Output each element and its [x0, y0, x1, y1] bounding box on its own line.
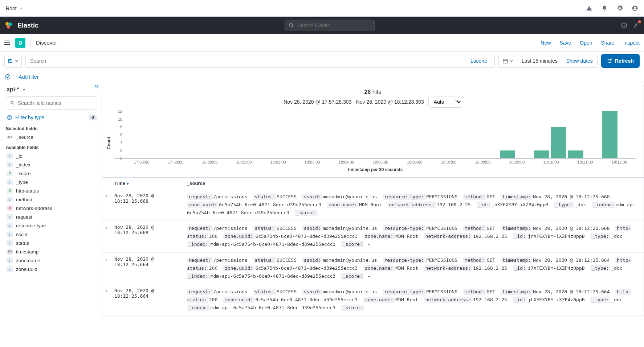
- cloud-topbar: Root: [0, 0, 644, 17]
- field-search-input[interactable]: [18, 100, 93, 106]
- disk-icon: [8, 58, 13, 63]
- svg-point-17: [11, 101, 13, 104]
- filter-type-count: 0: [89, 115, 97, 120]
- action-inspect[interactable]: Inspect: [623, 40, 640, 46]
- chevron-down-icon: [15, 59, 19, 63]
- query-language[interactable]: Lucene: [470, 58, 490, 64]
- expand-row[interactable]: ›: [106, 224, 114, 248]
- row-time: Nov 28, 2020 @ 18:12:25.664: [114, 256, 187, 280]
- filter-icon[interactable]: [4, 74, 11, 80]
- fields-sidebar: api-* Filter by type 0 Selected fields <…: [0, 83, 102, 319]
- field-item[interactable]: IPnetwork-address: [6, 204, 97, 212]
- bell-icon[interactable]: [601, 5, 608, 12]
- elastic-logo-icon: [4, 21, 13, 30]
- newsfeed-button[interactable]: [633, 22, 640, 29]
- add-filter-button[interactable]: + Add filter: [15, 74, 39, 80]
- chevron-down-icon: [510, 59, 513, 63]
- field-item[interactable]: tzone.name: [6, 256, 97, 265]
- collapse-icon: [94, 83, 99, 89]
- refresh-button[interactable]: Refresh: [601, 54, 640, 68]
- action-share[interactable]: Share: [601, 40, 615, 46]
- field-item[interactable]: tstatus: [6, 239, 97, 247]
- elastic-header: Elastic ?: [0, 17, 644, 34]
- filter-by-type[interactable]: Filter by type 0: [6, 112, 97, 123]
- refresh-icon: [607, 58, 612, 63]
- svg-point-1: [634, 7, 636, 8]
- global-search-input[interactable]: [297, 22, 371, 28]
- breadcrumb-root[interactable]: Root: [6, 5, 17, 11]
- chart-bar[interactable]: [568, 150, 583, 158]
- svg-point-4: [7, 25, 10, 29]
- gear-icon[interactable]: [616, 5, 623, 12]
- col-time[interactable]: Time▼: [114, 181, 187, 186]
- collapse-sidebar-button[interactable]: [94, 83, 99, 90]
- field-item[interactable]: #_score: [6, 169, 97, 178]
- app-badge: D: [15, 38, 25, 48]
- query-input-wrap[interactable]: Lucene: [25, 54, 495, 68]
- table-row: › Nov 28, 2020 @ 18:12:25.664 request:/p…: [102, 284, 644, 316]
- row-time: Nov 28, 2020 @ 18:12:25.664: [114, 288, 187, 312]
- chart-ylabel: Count: [106, 111, 112, 175]
- saved-query-button[interactable]: [4, 54, 22, 68]
- search-icon: [289, 22, 294, 29]
- filter-bar: + Add filter: [0, 70, 644, 83]
- top-nav-actions: New Save Open Share Inspect: [541, 40, 640, 46]
- svg-rect-20: [8, 251, 11, 253]
- svg-rect-13: [9, 59, 11, 61]
- field-item[interactable]: timestamp: [6, 247, 97, 256]
- app-title: Discover: [36, 40, 57, 46]
- help-icon[interactable]: ?: [621, 22, 627, 29]
- chart-xlabel: timestamp per 30 seconds: [114, 166, 636, 175]
- field-search[interactable]: [6, 96, 97, 110]
- expand-row[interactable]: ›: [106, 193, 114, 217]
- field-item[interactable]: t_index: [6, 160, 97, 169]
- action-new[interactable]: New: [541, 40, 551, 46]
- row-source: request:/permissions status:SUCCESS ssoi…: [187, 193, 640, 217]
- field-item[interactable]: tssoid: [6, 230, 97, 239]
- nav-toggle[interactable]: [4, 41, 10, 45]
- expand-row[interactable]: ›: [106, 288, 114, 312]
- hits-title: 26 hits: [102, 85, 644, 96]
- field-item[interactable]: t_type: [6, 178, 97, 186]
- chart-bar[interactable]: [500, 150, 515, 158]
- field-item[interactable]: tresource-type: [6, 221, 97, 230]
- hits-subtitle: Nov 28, 2020 @ 17:57:28.303 - Nov 28, 20…: [102, 96, 644, 111]
- field-item[interactable]: tmethod: [6, 195, 97, 204]
- query-bar: Lucene Last 15 minutes Show dates Refres…: [0, 51, 644, 70]
- user-icon[interactable]: [632, 5, 638, 12]
- svg-line-18: [13, 104, 14, 105]
- table-header: Time▼ _source: [102, 177, 644, 189]
- selected-fields-title: Selected fields: [6, 126, 97, 131]
- discover-content: 26 hits Nov 28, 2020 @ 17:57:28.303 - No…: [102, 83, 644, 319]
- field-item[interactable]: </>_source: [6, 133, 97, 141]
- show-dates-link[interactable]: Show dates: [562, 58, 597, 64]
- action-save[interactable]: Save: [559, 40, 571, 46]
- row-source: request:/permissions status:SUCCESS ssoi…: [187, 256, 640, 280]
- index-pattern-select[interactable]: api-*: [6, 86, 97, 93]
- brand-name: Elastic: [17, 22, 38, 29]
- chart-bar[interactable]: [534, 150, 549, 158]
- filter-icon: [7, 115, 12, 120]
- date-picker[interactable]: Last 15 minutes Show dates: [498, 54, 598, 68]
- field-item[interactable]: #http-status: [6, 186, 97, 195]
- global-search[interactable]: [285, 20, 375, 31]
- field-item[interactable]: tzone.uuid: [6, 265, 97, 273]
- chart-bar[interactable]: [551, 127, 566, 158]
- query-input[interactable]: [30, 58, 470, 64]
- svg-line-11: [638, 25, 639, 25]
- warning-icon[interactable]: [586, 5, 592, 12]
- chevron-down-icon: [22, 88, 26, 91]
- date-range-text: Last 15 minutes: [517, 58, 562, 64]
- action-open[interactable]: Open: [580, 40, 592, 46]
- chart-bar[interactable]: [602, 111, 617, 158]
- calendar-icon: [502, 58, 508, 64]
- row-time: Nov 28, 2020 @ 18:12:25.668: [114, 193, 187, 217]
- search-icon: [10, 100, 15, 106]
- notification-dot: [638, 20, 641, 23]
- app-bar: D Discover New Save Open Share Inspect: [0, 34, 644, 51]
- interval-select[interactable]: Auto: [428, 96, 462, 108]
- field-item[interactable]: t_id: [6, 152, 97, 160]
- field-item[interactable]: trequest: [6, 212, 97, 221]
- col-source[interactable]: _source: [187, 181, 640, 186]
- expand-row[interactable]: ›: [106, 256, 114, 280]
